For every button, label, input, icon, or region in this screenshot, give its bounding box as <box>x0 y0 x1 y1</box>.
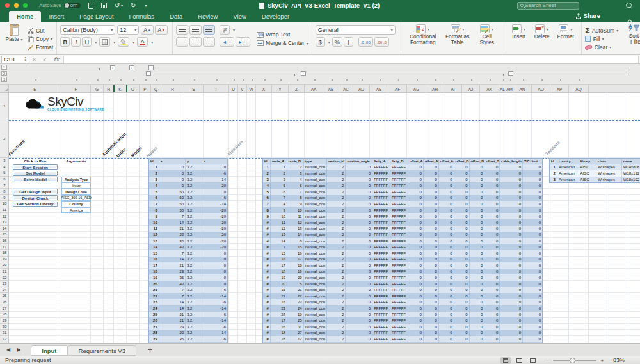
cell[interactable]: 0 <box>454 207 470 214</box>
cell[interactable]: FFFFFF <box>390 182 408 189</box>
cell[interactable]: 3 <box>271 177 287 183</box>
cell[interactable]: 29 <box>159 269 186 275</box>
cell[interactable]: FFFFFF <box>390 219 408 226</box>
cell[interactable]: FFFFFF <box>390 299 408 306</box>
column-header-G[interactable]: G <box>91 85 104 93</box>
cell[interactable]: 5 <box>271 182 287 189</box>
zoom-window-button[interactable] <box>23 3 28 8</box>
cell[interactable]: 20 <box>149 281 159 287</box>
cell[interactable]: 2 <box>327 238 346 244</box>
cell[interactable]: 0 <box>346 226 372 232</box>
column-header-AN[interactable]: AN <box>513 85 532 93</box>
prev-sheet-button[interactable]: ◀ <box>6 347 10 352</box>
cell[interactable]: 2 <box>550 170 557 177</box>
fill-color-button[interactable] <box>118 37 129 47</box>
row-header-6[interactable]: 6 <box>0 177 9 183</box>
cell[interactable]: FFFFFF <box>390 330 408 336</box>
cell[interactable]: 0 <box>408 324 424 330</box>
cell[interactable]: 0 <box>470 195 485 202</box>
cell[interactable]: 3.2 <box>186 287 202 293</box>
cell[interactable]: 0 <box>424 207 439 214</box>
cell[interactable]: FFFFFF <box>390 324 408 330</box>
cell[interactable]: 0 <box>484 207 500 214</box>
cell[interactable]: 0 <box>346 299 372 306</box>
cell[interactable]: # <box>263 257 271 263</box>
cell[interactable]: 27 <box>149 324 159 330</box>
insert-function-button[interactable]: fx <box>54 56 59 63</box>
cell[interactable]: 17 <box>271 262 287 269</box>
cell[interactable]: FFFFFF <box>390 281 408 287</box>
cell[interactable]: 0 <box>424 219 439 226</box>
cell[interactable]: 0 <box>500 177 523 183</box>
cell[interactable]: 0 <box>439 281 454 287</box>
cell[interactable]: FFFFFF <box>390 195 408 202</box>
cell[interactable]: 22 <box>287 293 304 299</box>
cell[interactable]: 0 <box>470 182 485 189</box>
cell[interactable]: 18 <box>271 269 287 275</box>
cell[interactable]: 0 <box>408 213 424 219</box>
cell[interactable]: -14 <box>202 177 227 183</box>
cell[interactable]: 0 <box>454 189 470 195</box>
cell[interactable]: 0 <box>500 299 523 306</box>
cell[interactable]: 3.2 <box>186 213 202 219</box>
row-header-4[interactable]: 4 <box>0 164 9 171</box>
cell[interactable]: 0 <box>500 170 523 177</box>
cell[interactable]: normal_con <box>304 317 327 324</box>
cell[interactable]: 2 <box>327 195 346 202</box>
cell[interactable]: # <box>263 312 271 318</box>
borders-button[interactable] <box>99 37 110 47</box>
cell[interactable]: 0 <box>454 219 470 226</box>
cell[interactable]: 16 <box>271 299 287 306</box>
cell[interactable]: 0 <box>439 293 454 299</box>
comma-format-button[interactable]: ) <box>344 37 353 47</box>
cell[interactable]: normal_con <box>304 213 327 219</box>
column-header-U[interactable]: U <box>229 85 238 93</box>
cell[interactable]: 3.2 <box>186 250 202 257</box>
cell[interactable]: 0 <box>500 293 523 299</box>
cell[interactable]: 5 <box>263 189 271 195</box>
cell[interactable]: 0 <box>408 257 424 263</box>
cell[interactable]: 0 <box>470 207 485 214</box>
column-header-V[interactable]: V <box>238 85 247 93</box>
cell[interactable]: AISC <box>579 164 597 171</box>
cell[interactable]: 0 <box>408 238 424 244</box>
column-header-H[interactable]: H <box>104 85 114 93</box>
cell[interactable]: 3.2 <box>186 232 202 238</box>
cell[interactable]: 0 <box>484 177 500 183</box>
cell[interactable]: 1 <box>550 164 557 171</box>
cell[interactable]: FFFFFF <box>372 336 390 342</box>
font-size-select[interactable]: 12▾ <box>117 25 139 35</box>
bold-button[interactable]: B <box>60 37 70 47</box>
cell[interactable]: 0 <box>470 250 485 257</box>
cell[interactable]: 0 <box>439 336 454 342</box>
row-header-30[interactable]: 30 <box>0 324 9 330</box>
cell[interactable]: 0 <box>523 170 542 177</box>
cell[interactable]: 0 <box>454 330 470 336</box>
cell[interactable]: 0 <box>346 182 372 189</box>
cell[interactable]: 0 <box>408 293 424 299</box>
column-header-F[interactable]: F <box>61 85 91 93</box>
cell[interactable]: 0 <box>470 170 485 177</box>
cell[interactable]: normal_con <box>304 269 327 275</box>
cell[interactable]: 0 <box>408 281 424 287</box>
cell[interactable]: # <box>263 244 271 250</box>
cell[interactable]: FFFFFF <box>372 317 390 324</box>
cell[interactable]: 0 <box>439 299 454 306</box>
cell[interactable]: 3.2 <box>186 164 202 171</box>
cell[interactable]: 0 <box>523 238 542 244</box>
cell[interactable]: 0 <box>346 189 372 195</box>
column-header-Q[interactable]: Q <box>151 85 161 93</box>
cell[interactable]: 0 <box>500 213 523 219</box>
cell[interactable]: FFFFFF <box>390 164 408 171</box>
cell[interactable]: 0 <box>484 287 500 293</box>
cell[interactable]: 0 <box>439 238 454 244</box>
cell[interactable]: -6 <box>202 312 227 318</box>
cell[interactable]: FFFFFF <box>372 238 390 244</box>
cell[interactable]: 8 <box>287 195 304 202</box>
cell[interactable]: # <box>263 324 271 330</box>
cell[interactable]: 3 <box>263 177 271 183</box>
cell[interactable]: 0 <box>523 213 542 219</box>
column-header-W[interactable]: W <box>247 85 256 93</box>
cell[interactable]: 29 <box>159 232 186 238</box>
cell[interactable]: 3.2 <box>186 330 202 336</box>
